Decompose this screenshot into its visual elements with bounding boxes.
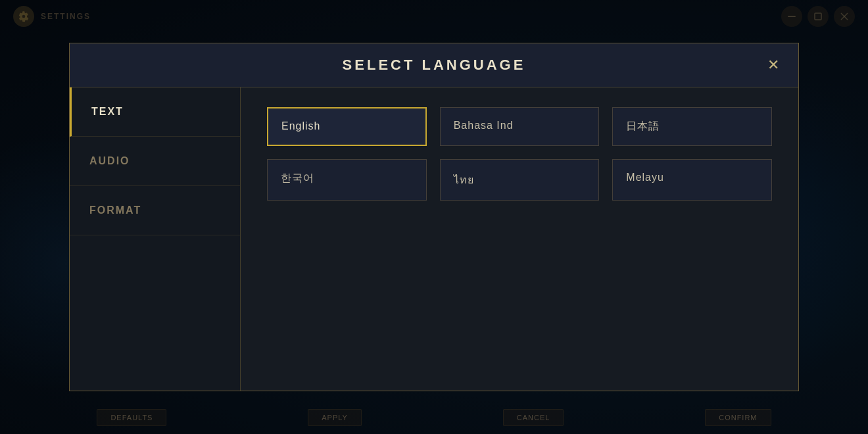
language-option-thai[interactable]: ไทย (440, 159, 600, 201)
language-option-bahasa[interactable]: Bahasa Ind (440, 107, 600, 146)
modal-overlay: SELECT LANGUAGE ✕ TEXT AUDIO FORMAT (0, 0, 868, 434)
sidebar-item-audio-label: AUDIO (89, 155, 130, 166)
language-option-malay[interactable]: Melayu (612, 159, 772, 201)
language-grid: English Bahasa Ind 日本語 한국어 ไทย (267, 107, 772, 201)
select-language-modal: SELECT LANGUAGE ✕ TEXT AUDIO FORMAT (69, 43, 799, 391)
modal-sidebar: TEXT AUDIO FORMAT (70, 87, 241, 391)
cancel-button[interactable]: CANCEL (503, 409, 564, 426)
modal-close-button[interactable]: ✕ (761, 53, 785, 77)
modal-body: TEXT AUDIO FORMAT English Bahasa Ind (70, 87, 798, 391)
sidebar-item-text[interactable]: TEXT (70, 87, 240, 137)
language-content-area: English Bahasa Ind 日本語 한국어 ไทย (241, 87, 798, 391)
confirm-button[interactable]: CONFIRM (705, 409, 771, 426)
language-option-japanese[interactable]: 日本語 (612, 107, 772, 146)
language-option-korean[interactable]: 한국어 (267, 159, 427, 201)
language-option-english[interactable]: English (267, 107, 427, 146)
apply-button[interactable]: APPLY (308, 409, 362, 426)
modal-title: SELECT LANGUAGE (343, 57, 526, 74)
sidebar-item-audio[interactable]: AUDIO (70, 137, 240, 186)
defaults-button[interactable]: DEFAULTS (97, 409, 166, 426)
modal-header: SELECT LANGUAGE ✕ (70, 43, 798, 87)
sidebar-item-format-label: FORMAT (89, 205, 141, 216)
bottom-bar: DEFAULTS APPLY CANCEL CONFIRM (0, 401, 868, 434)
sidebar-item-format[interactable]: FORMAT (70, 186, 240, 235)
sidebar-item-text-label: TEXT (91, 106, 124, 117)
